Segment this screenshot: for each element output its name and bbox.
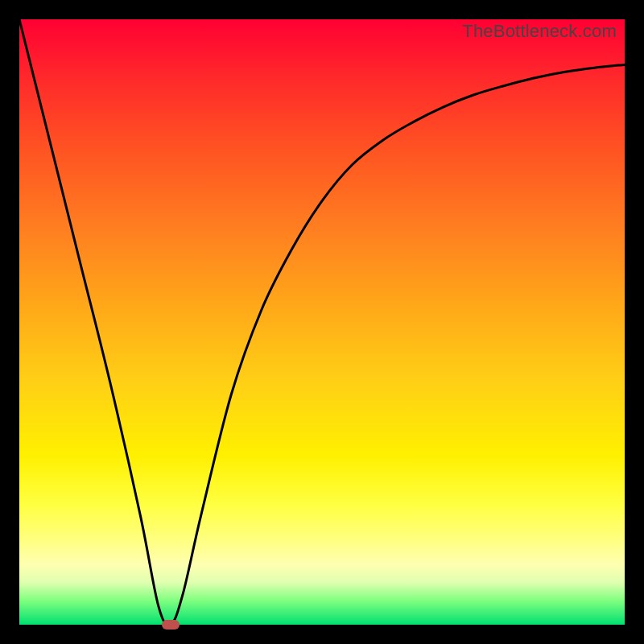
bottleneck-curve <box>19 19 625 625</box>
minimum-marker <box>162 620 180 630</box>
plot-area: TheBottleneck.com <box>19 19 625 625</box>
chart-frame: TheBottleneck.com <box>0 0 644 644</box>
